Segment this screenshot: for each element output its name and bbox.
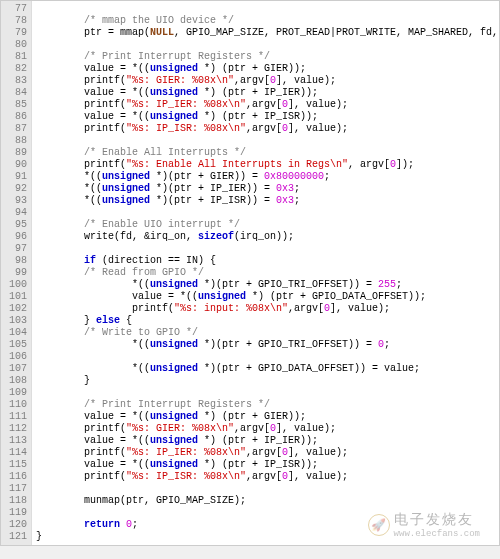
line-number: 113 xyxy=(9,435,27,447)
watermark: 🚀 电子发烧友 www.elecfans.com xyxy=(368,511,480,539)
line-number: 80 xyxy=(9,39,27,51)
code-line: /* Print Interrupt Registers */ xyxy=(36,51,500,63)
line-number: 87 xyxy=(9,123,27,135)
watermark-url: www.elecfans.com xyxy=(394,529,480,539)
code-line: value = *((unsigned *) (ptr + GPIO_DATA_… xyxy=(36,291,500,303)
code-line: printf("%s: IP_IER: %08x\n",argv[0], val… xyxy=(36,99,500,111)
code-line: *((unsigned *)(ptr + IP_ISR)) = 0x3; xyxy=(36,195,500,207)
code-line: munmap(ptr, GPIO_MAP_SIZE); xyxy=(36,495,500,507)
line-number: 93 xyxy=(9,195,27,207)
line-number: 82 xyxy=(9,63,27,75)
code-line: value = *((unsigned *) (ptr + IP_IER)); xyxy=(36,87,500,99)
code-line: *((unsigned *)(ptr + GIER)) = 0x80000000… xyxy=(36,171,500,183)
line-number: 111 xyxy=(9,411,27,423)
code-line: printf("%s: IP_ISR: %08x\n",argv[0], val… xyxy=(36,123,500,135)
line-number: 109 xyxy=(9,387,27,399)
line-number: 96 xyxy=(9,231,27,243)
watermark-text: 电子发烧友 www.elecfans.com xyxy=(394,511,480,539)
line-number: 106 xyxy=(9,351,27,363)
line-number: 99 xyxy=(9,267,27,279)
code-line: write(fd, &irq_on, sizeof(irq_on)); xyxy=(36,231,500,243)
watermark-hanzi: 电子发烧友 xyxy=(394,511,480,529)
code-line: printf("%s: IP_ISR: %08x\n",argv[0], val… xyxy=(36,471,500,483)
code-line: value = *((unsigned *) (ptr + GIER)); xyxy=(36,411,500,423)
code-line: value = *((unsigned *) (ptr + IP_IER)); xyxy=(36,435,500,447)
line-number: 116 xyxy=(9,471,27,483)
line-number: 121 xyxy=(9,531,27,543)
code-line xyxy=(36,351,500,363)
line-number: 115 xyxy=(9,459,27,471)
code-line: *((unsigned *)(ptr + GPIO_TRI_OFFSET)) =… xyxy=(36,339,500,351)
rocket-icon: 🚀 xyxy=(368,514,390,536)
line-number: 118 xyxy=(9,495,27,507)
line-number: 84 xyxy=(9,87,27,99)
code-line: printf("%s: Enable All Interrupts in Reg… xyxy=(36,159,500,171)
line-number: 85 xyxy=(9,99,27,111)
line-number: 101 xyxy=(9,291,27,303)
line-number: 114 xyxy=(9,447,27,459)
line-number: 92 xyxy=(9,183,27,195)
line-number: 83 xyxy=(9,75,27,87)
code-line: printf("%s: GIER: %08x\n",argv[0], value… xyxy=(36,75,500,87)
line-number: 105 xyxy=(9,339,27,351)
code-line: value = *((unsigned *) (ptr + IP_ISR)); xyxy=(36,111,500,123)
line-number-gutter: 7778798081828384858687888990919293949596… xyxy=(1,1,32,545)
code-line xyxy=(36,483,500,495)
line-number: 78 xyxy=(9,15,27,27)
code-line: /* Read from GPIO */ xyxy=(36,267,500,279)
line-number: 103 xyxy=(9,315,27,327)
code-line xyxy=(36,135,500,147)
code-line: /* Enable UIO interrupt */ xyxy=(36,219,500,231)
code-line: } xyxy=(36,375,500,387)
line-number: 110 xyxy=(9,399,27,411)
line-number: 98 xyxy=(9,255,27,267)
line-number: 89 xyxy=(9,147,27,159)
line-number: 86 xyxy=(9,111,27,123)
line-number: 104 xyxy=(9,327,27,339)
line-number: 102 xyxy=(9,303,27,315)
line-number: 117 xyxy=(9,483,27,495)
line-number: 100 xyxy=(9,279,27,291)
line-number: 79 xyxy=(9,27,27,39)
line-number: 112 xyxy=(9,423,27,435)
code-line: printf("%s: IP_IER: %08x\n",argv[0], val… xyxy=(36,447,500,459)
code-line: /* Write to GPIO */ xyxy=(36,327,500,339)
code-line: *((unsigned *)(ptr + GPIO_DATA_OFFSET)) … xyxy=(36,363,500,375)
line-number: 94 xyxy=(9,207,27,219)
code-line: /* Enable All Interrupts */ xyxy=(36,147,500,159)
code-line: ptr = mmap(NULL, GPIO_MAP_SIZE, PROT_REA… xyxy=(36,27,500,39)
code-block: 7778798081828384858687888990919293949596… xyxy=(0,0,500,546)
line-number: 91 xyxy=(9,171,27,183)
code-line: value = *((unsigned *) (ptr + GIER)); xyxy=(36,63,500,75)
code-line xyxy=(36,207,500,219)
code-line: /* mmap the UIO device */ xyxy=(36,15,500,27)
code-line xyxy=(36,243,500,255)
line-number: 95 xyxy=(9,219,27,231)
line-number: 77 xyxy=(9,3,27,15)
line-number: 88 xyxy=(9,135,27,147)
line-number: 90 xyxy=(9,159,27,171)
line-number: 119 xyxy=(9,507,27,519)
code-line xyxy=(36,3,500,15)
code-line: } else { xyxy=(36,315,500,327)
line-number: 120 xyxy=(9,519,27,531)
line-number: 107 xyxy=(9,363,27,375)
code-line: *((unsigned *)(ptr + IP_IER)) = 0x3; xyxy=(36,183,500,195)
code-line xyxy=(36,39,500,51)
code-line: *((unsigned *)(ptr + GPIO_TRI_OFFSET)) =… xyxy=(36,279,500,291)
code-line: if (direction == IN) { xyxy=(36,255,500,267)
code-line: /* Print Interrupt Registers */ xyxy=(36,399,500,411)
code-content: /* mmap the UIO device */ ptr = mmap(NUL… xyxy=(32,1,500,545)
code-line: value = *((unsigned *) (ptr + IP_ISR)); xyxy=(36,459,500,471)
code-line: printf("%s: input: %08x\n",argv[0], valu… xyxy=(36,303,500,315)
code-line: printf("%s: GIER: %08x\n",argv[0], value… xyxy=(36,423,500,435)
line-number: 108 xyxy=(9,375,27,387)
line-number: 97 xyxy=(9,243,27,255)
line-number: 81 xyxy=(9,51,27,63)
code-line xyxy=(36,387,500,399)
